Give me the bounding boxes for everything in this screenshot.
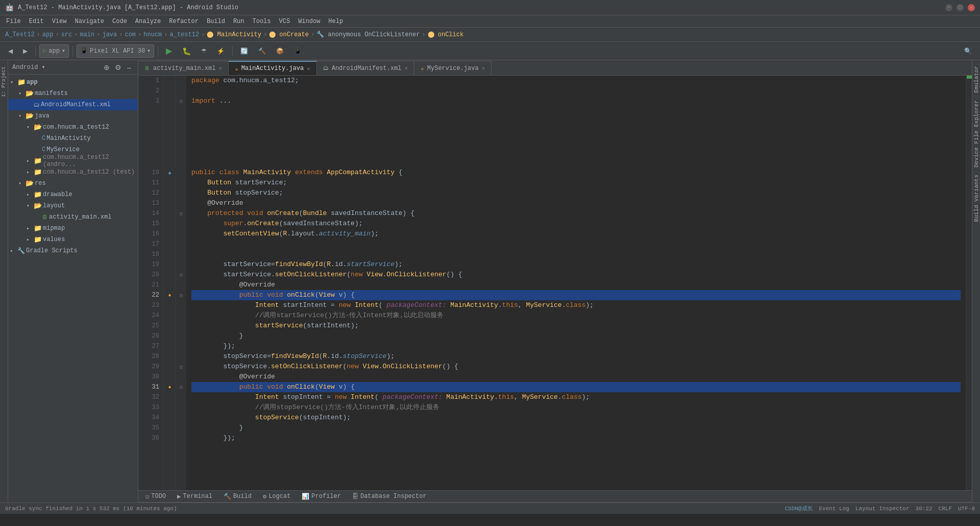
right-tab-emulator[interactable]: Emulator [972, 63, 981, 96]
tree-item-manifest-xml[interactable]: 🗂 AndroidManifest.xml [8, 99, 138, 110]
menu-window[interactable]: Window [295, 17, 324, 26]
fold-icon-14[interactable]: ⊟ [180, 210, 183, 217]
tree-item-drawable[interactable]: ▸ 📁 drawable [8, 189, 138, 200]
tree-item-gradle[interactable]: ▸ 🔧 Gradle Scripts [8, 245, 138, 256]
tree-item-app[interactable]: ▾ 📁 app [8, 77, 138, 88]
tree-item-manifests[interactable]: ▾ 📂 manifests [8, 88, 138, 99]
breadcrumb-java[interactable]: java [102, 31, 117, 38]
sync-button[interactable]: 🔄 [236, 44, 252, 58]
panel-collapse-button[interactable]: – [125, 63, 134, 72]
breadcrumb-com[interactable]: com [125, 31, 136, 38]
fold-icon-22[interactable]: ⊟ [180, 292, 183, 299]
breadcrumb-app[interactable]: app [42, 31, 54, 38]
menu-view[interactable]: View [48, 17, 70, 26]
avd-manager-button[interactable]: 📱 [290, 44, 306, 58]
search-everywhere-button[interactable]: 🔍 [960, 44, 976, 58]
tab-close-icon[interactable]: ✕ [307, 65, 310, 72]
sdk-manager-button[interactable]: 📦 [272, 44, 288, 58]
tab-androidmanifest-xml[interactable]: 🗂 AndroidManifest.xml ✕ [317, 61, 414, 75]
debug-button[interactable]: 🐛 [178, 44, 195, 58]
code-line-20: startService.setOnClickListener(new View… [191, 270, 961, 280]
tree-item-package[interactable]: ▾ 📂 com.hnucm.a_test12 [8, 122, 138, 133]
tree-item-java[interactable]: ▾ 📂 java [8, 110, 138, 122]
tab-activity-main-xml[interactable]: 🗎 activity_main.xml ✕ [138, 61, 229, 75]
folder-icon: 📁 [34, 168, 42, 176]
chevron-down-icon-2: ▾ [147, 47, 151, 55]
tree-item-mipmap[interactable]: ▸ 📁 mipmap [8, 223, 138, 234]
code-editor[interactable]: package com.hnucm.a_test12; import ... p… [186, 76, 966, 490]
line-ending-display[interactable]: CRLF [939, 506, 952, 512]
run-config-label: app [48, 47, 60, 55]
tree-item-mainactivity[interactable]: C MainActivity [8, 133, 138, 144]
tab-close-icon[interactable]: ✕ [218, 65, 222, 71]
encoding-display[interactable]: UTF-8 [958, 506, 975, 512]
tree-item-layout[interactable]: ▾ 📂 layout [8, 200, 138, 211]
right-tab-build-variants[interactable]: Build Variants [972, 172, 981, 225]
coverage-button[interactable]: ☂ [197, 44, 211, 58]
menu-code[interactable]: Code [109, 17, 131, 26]
maximize-button[interactable]: □ [957, 4, 964, 11]
breadcrumb-class[interactable]: ⬤ MainActivity [207, 31, 261, 38]
fold-icon[interactable]: ⊟ [180, 98, 183, 105]
right-tab-device-file-explorer[interactable]: Device File Explorer [972, 97, 981, 171]
menu-refactor[interactable]: Refactor [165, 17, 202, 26]
tab-close-icon[interactable]: ✕ [405, 65, 408, 71]
run-button[interactable]: ▶ [162, 44, 176, 58]
menu-run[interactable]: Run [230, 17, 248, 26]
tab-todo[interactable]: ☑ TODO [140, 491, 171, 501]
breadcrumb-onclick[interactable]: ⬤ onClick [428, 31, 464, 38]
menu-vcs[interactable]: VCS [276, 17, 294, 26]
tab-terminal[interactable]: ▶ Terminal [172, 491, 217, 501]
breadcrumb-src[interactable]: src [61, 31, 72, 38]
tab-database-inspector[interactable]: 🗄 Database Inspector [347, 491, 432, 501]
minimize-button[interactable]: ─ [945, 4, 952, 11]
panel-add-button[interactable]: ⊕ [102, 63, 111, 72]
menu-navigate[interactable]: Navigate [71, 17, 108, 26]
layout-inspector-button[interactable]: Layout Inspector [855, 506, 910, 512]
menu-help[interactable]: Help [325, 17, 347, 26]
run-config-dropdown[interactable]: ▷ app ▾ [39, 44, 69, 58]
breadcrumb-main[interactable]: main [80, 31, 94, 38]
tree-item-layout-xml[interactable]: 🗎 activity_main.xml [8, 211, 138, 223]
tree-item-package-android[interactable]: ▸ 📁 com.hnucm.a_test12 (andro... [8, 155, 138, 166]
close-button[interactable]: ✕ [968, 4, 975, 11]
bp-21 [164, 280, 176, 290]
android-dropdown[interactable]: Android ▾ [12, 63, 45, 71]
menu-file[interactable]: File [3, 17, 24, 26]
fold-icon-31[interactable]: ⊟ [180, 384, 183, 391]
tab-profiler[interactable]: 📊 Profiler [297, 491, 346, 501]
csdn-link[interactable]: CSDN@成长 [785, 505, 813, 512]
tab-close-icon[interactable]: ✕ [482, 65, 485, 71]
event-log-button[interactable]: Event Log [819, 506, 849, 512]
tab-build[interactable]: 🔨 Build [218, 491, 257, 501]
breadcrumb-project[interactable]: A_Test12 [5, 31, 35, 38]
tree-item-res[interactable]: ▾ 📂 res [8, 178, 138, 189]
back-button[interactable]: ◀ [4, 44, 17, 58]
line-num-2: 2 [138, 86, 159, 96]
breadcrumb-hnucm[interactable]: hnucm [143, 31, 162, 38]
bp-14 [164, 208, 176, 219]
project-panel-toggle[interactable]: 1: Project [0, 62, 8, 101]
tab-mainactivity-java[interactable]: ☕ MainActivity.java ✕ [229, 61, 317, 75]
gradle-button[interactable]: 🔨 [254, 44, 270, 58]
title-bar-controls: ─ □ ✕ [945, 4, 975, 11]
breadcrumb-anon[interactable]: 🔧 anonymous OnClickListener [316, 31, 420, 38]
menu-build[interactable]: Build [203, 17, 229, 26]
fold-icon-29[interactable]: ⊟ [180, 364, 183, 370]
panel-settings-button[interactable]: ⚙ [113, 63, 122, 72]
menu-analyze[interactable]: Analyze [132, 17, 164, 26]
menu-edit[interactable]: Edit [26, 17, 47, 26]
tree-item-package-test[interactable]: ▸ 📁 com.hnucm.a_test12 (test) [8, 166, 138, 178]
breadcrumb-method[interactable]: ⬤ onCreate [269, 31, 309, 38]
fold-icon-20[interactable]: ⊟ [180, 272, 183, 278]
tab-myservice-java[interactable]: ☕ MyService.java ✕ [414, 61, 492, 75]
forward-button[interactable]: ▶ [19, 44, 32, 58]
code-line-13: @Override [191, 198, 961, 208]
profile-button[interactable]: ⚡ [213, 44, 229, 58]
tree-item-values[interactable]: ▸ 📁 values [8, 234, 138, 245]
tab-logcat[interactable]: ⚙ Logcat [258, 491, 296, 501]
device-dropdown[interactable]: 📱 Pixel XL API 30 ▾ [77, 44, 154, 58]
menu-tools[interactable]: Tools [249, 17, 275, 26]
breadcrumb-package[interactable]: a_test12 [170, 31, 200, 38]
tree-label: MainActivity [46, 135, 90, 142]
